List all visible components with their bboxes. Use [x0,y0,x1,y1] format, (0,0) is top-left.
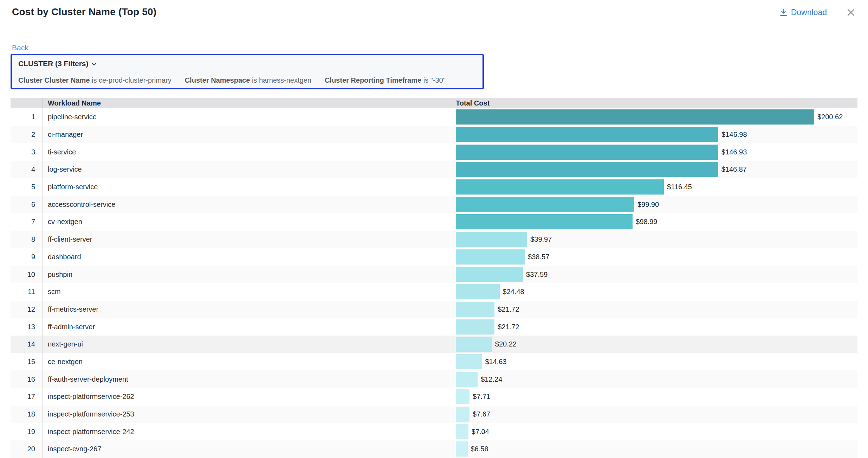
cost-bar[interactable] [456,249,525,265]
row-cost-cell: $14.63 [450,353,857,371]
rank-column-header [11,98,42,108]
row-workload-name: platform-service [42,178,450,196]
table-row[interactable]: 2ci-manager$146.98 [11,126,857,144]
row-workload-name: cv-nextgen [42,213,450,231]
cost-value: $116.45 [667,183,692,191]
cost-value: $99.90 [637,201,659,209]
row-cost-cell: $12.24 [450,370,857,388]
table-row[interactable]: 18inspect-platformservice-253$7.67 [11,406,857,423]
filter-group-header[interactable]: CLUSTER (3 Filters) [18,59,476,68]
filter-field: Cluster Reporting Timeframe [325,76,421,84]
cost-value: $38.57 [528,253,549,261]
table-row[interactable]: 4log-service$146.87 [11,161,857,178]
filter-chip[interactable]: Cluster Reporting Timeframe is "-30" [325,76,446,84]
cost-value: $37.59 [526,271,548,279]
row-workload-name: ci-manager [42,126,450,144]
filter-chip[interactable]: Cluster Namespace is harness-nextgen [185,76,311,84]
download-icon [779,8,788,17]
cost-bar[interactable] [456,145,718,160]
row-workload-name: inspect-platformservice-253 [42,406,450,423]
cost-bar[interactable] [456,109,814,125]
row-cost-cell: $146.93 [450,143,857,161]
row-cost-cell: $39.97 [450,231,857,248]
table-body: 1pipeline-service$200.622ci-manager$146.… [11,108,857,458]
cost-table: Workload Name Total Cost 1pipeline-servi… [11,98,857,458]
row-rank: 5 [11,178,42,196]
table-row[interactable]: 14next-gen-ui$20.22 [11,336,857,353]
download-button[interactable]: Download [779,8,827,17]
row-cost-cell: $21.72 [450,301,857,318]
row-workload-name: ff-admin-server [42,318,450,336]
row-rank: 13 [11,318,42,336]
row-rank: 19 [11,423,42,440]
row-workload-name: log-service [42,161,450,178]
table-row[interactable]: 15ce-nextgen$14.63 [11,353,857,371]
row-cost-cell: $146.87 [450,161,857,178]
row-rank: 18 [11,406,42,423]
close-icon [847,8,855,17]
row-rank: 8 [11,231,42,248]
filter-chip[interactable]: Cluster Cluster Name is ce-prod-cluster-… [18,76,171,84]
row-rank: 9 [11,248,42,266]
cost-bar[interactable] [456,389,469,404]
cost-value: $6.58 [471,445,488,453]
cost-bar[interactable] [456,302,494,317]
row-workload-name: inspect-platformservice-242 [42,423,450,440]
table-row[interactable]: 5platform-service$116.45 [11,178,857,196]
cost-bar[interactable] [456,354,482,369]
cost-bar[interactable] [456,319,494,335]
row-rank: 7 [11,213,42,231]
table-row[interactable]: 19inspect-platformservice-242$7.04 [11,423,857,440]
back-link[interactable]: Back [12,44,28,52]
row-rank: 3 [11,143,42,161]
row-cost-cell: $116.45 [450,178,857,196]
table-row[interactable]: 16ff-auth-server-deployment$12.24 [11,370,857,388]
cost-bar[interactable] [456,267,523,282]
table-row[interactable]: 8ff-client-server$39.97 [11,231,857,248]
table-row[interactable]: 3ti-service$146.93 [11,143,857,161]
filter-panel[interactable]: CLUSTER (3 Filters) Cluster Cluster Name… [11,54,484,89]
close-button[interactable] [847,8,855,17]
cost-bar[interactable] [456,424,468,439]
row-workload-name: pipeline-service [42,108,450,126]
row-workload-name: inspect-platformservice-262 [42,388,450,406]
table-row[interactable]: 7cv-nextgen$98.99 [11,213,857,231]
table-row[interactable]: 1pipeline-service$200.62 [11,108,857,126]
cost-by-cluster-modal: Cost by Cluster Name (Top 50) Download B… [0,0,868,458]
cost-bar[interactable] [456,441,468,457]
cost-value: $20.22 [495,340,517,348]
header-actions: Download [779,8,855,17]
workload-name-column-header: Workload Name [42,98,450,108]
table-row[interactable]: 20inspect-cvng-267$6.58 [11,440,857,458]
cost-bar[interactable] [456,372,478,387]
table-row[interactable]: 10pushpin$37.59 [11,266,857,283]
table-row[interactable]: 6accesscontrol-service$99.90 [11,196,857,213]
cost-bar[interactable] [456,162,718,177]
cost-bar[interactable] [456,284,500,299]
row-workload-name: next-gen-ui [42,336,450,353]
cost-value: $12.24 [481,375,502,383]
table-row[interactable]: 12ff-metrics-server$21.72 [11,301,857,318]
cost-bar[interactable] [456,232,527,247]
cost-bar[interactable] [456,214,633,229]
cost-value: $14.63 [485,358,506,366]
table-row[interactable]: 9dashboard$38.57 [11,248,857,266]
row-workload-name: ff-metrics-server [42,301,450,318]
cost-bar[interactable] [456,407,469,422]
row-workload-name: accesscontrol-service [42,196,450,213]
table-row[interactable]: 11scm$24.48 [11,283,857,301]
cost-bar[interactable] [456,179,664,195]
table-row[interactable]: 17inspect-platformservice-262$7.71 [11,388,857,406]
row-rank: 4 [11,161,42,178]
table-row[interactable]: 13ff-admin-server$21.72 [11,318,857,336]
cost-bar[interactable] [456,127,718,142]
cost-value: $21.72 [498,323,519,331]
row-cost-cell: $20.22 [450,336,857,353]
cost-bar[interactable] [456,337,492,352]
row-workload-name: ff-auth-server-deployment [42,370,450,388]
cost-bar[interactable] [456,197,634,212]
cost-value: $24.48 [503,288,524,296]
row-workload-name: dashboard [42,248,450,266]
row-workload-name: ce-nextgen [42,353,450,371]
row-rank: 14 [11,336,42,353]
